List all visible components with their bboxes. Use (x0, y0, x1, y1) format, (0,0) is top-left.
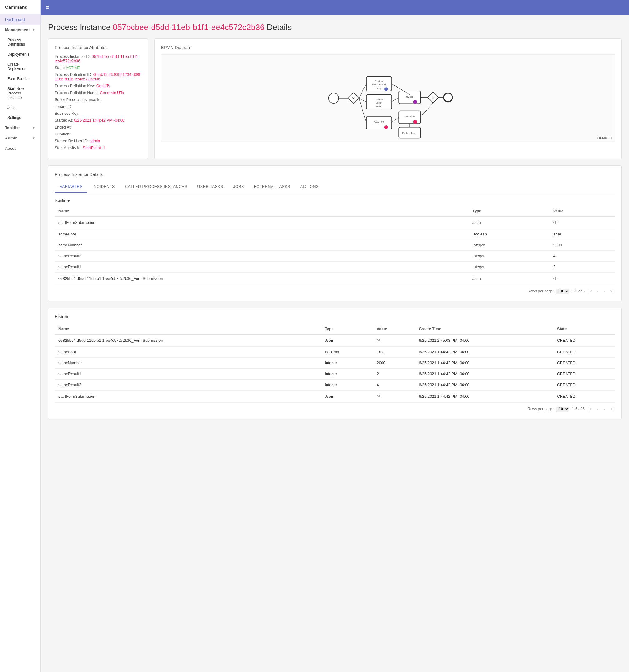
sidebar: Cammand Dashboard Management ▼ Process D… (0, 0, 41, 672)
sidebar-item-tasklist[interactable]: Tasklist ▼ (0, 123, 40, 133)
runtime-prev-page-btn[interactable]: ‹ (596, 288, 600, 294)
attributes-card-title: Process Instance Attributes (55, 45, 142, 50)
tab-jobs[interactable]: JOBS (228, 182, 249, 193)
historic-col-state: State (553, 323, 615, 335)
svg-point-19 (384, 125, 388, 129)
runtime-section-label: Runtime (55, 198, 615, 202)
historic-col-create-time: Create Time (415, 323, 553, 335)
tasklist-arrow-icon: ▼ (32, 126, 35, 129)
attr-row: Ended At: (55, 125, 142, 129)
svg-line-33 (359, 98, 366, 123)
app-logo: Cammand (0, 0, 40, 15)
tab-external-tasks[interactable]: EXTERNAL TASKS (249, 182, 295, 193)
attr-row: Start Activity Id: StartEvent_1 (55, 146, 142, 150)
runtime-col-name: Name (55, 206, 469, 217)
sidebar-item-about[interactable]: About (0, 143, 40, 153)
eye-icon[interactable]: 👁 (553, 276, 558, 281)
svg-text:Setup: Setup (376, 105, 382, 108)
svg-text:Get Path: Get Path (405, 115, 414, 118)
historic-col-type: Type (321, 323, 373, 335)
attr-row: Process Instance ID: 057bcbee-d5dd-11eb-… (55, 54, 142, 63)
svg-text:My UT: My UT (406, 95, 413, 98)
table-row: someBoolBooleanTrue6/25/2021 1:44:42 PM … (55, 347, 615, 358)
attributes-rows: Process Instance ID: 057bcbee-d5dd-11eb-… (55, 54, 142, 150)
attr-row: State: ACTIVE (55, 66, 142, 70)
table-row: startFormSubmissionJson👁6/25/2021 1:44:4… (55, 390, 615, 403)
historic-rows-per-page-select[interactable]: 10 25 50 (556, 407, 569, 412)
page-title: Process Instance 057bcbee-d5dd-11eb-b1f1… (48, 23, 622, 32)
runtime-last-page-btn[interactable]: >| (609, 288, 615, 294)
runtime-pagination: Rows per page: 10 25 50 1-6 of 6 |< ‹ › … (55, 285, 615, 295)
table-row: someResult2Integer4 (55, 251, 615, 262)
tab-called-process-instances[interactable]: CALLED PROCESS INSTANCES (120, 182, 192, 193)
menu-icon[interactable]: ≡ (46, 4, 49, 11)
svg-line-35 (421, 103, 433, 117)
svg-text:Script: Script (376, 87, 382, 90)
tab-variables[interactable]: VARIABLES (55, 182, 87, 193)
eye-icon[interactable]: 👁 (553, 220, 558, 225)
sidebar-item-dashboard[interactable]: Dashboard (0, 15, 40, 25)
runtime-rows-per-page-select[interactable]: 10 25 50 (556, 289, 569, 294)
main-content: Process Instance 057bcbee-d5dd-11eb-b1f1… (41, 15, 629, 672)
attr-row: Duration: (55, 132, 142, 136)
runtime-table: Name Type Value startFormSubmissionJson👁… (55, 206, 615, 285)
sidebar-item-jobs[interactable]: Jobs (0, 102, 40, 113)
table-row: 05825bc4-d5dd-11eb-b1f1-ee4c572c2b36_For… (55, 335, 615, 347)
historic-pagination: Rows per page: 10 25 50 1-6 of 6 |< ‹ › … (55, 403, 615, 413)
attr-row: Business Key: (55, 111, 142, 116)
tab-user-tasks[interactable]: USER TASKS (192, 182, 228, 193)
svg-line-34 (392, 117, 399, 122)
svg-point-0 (329, 93, 339, 103)
management-arrow-icon: ▼ (32, 28, 35, 31)
sidebar-item-settings[interactable]: Settings (0, 113, 40, 123)
historic-last-page-btn[interactable]: >| (609, 406, 615, 412)
historic-first-page-btn[interactable]: |< (587, 406, 594, 412)
svg-line-30 (392, 98, 399, 102)
historic-prev-page-btn[interactable]: ‹ (596, 406, 600, 412)
svg-point-25 (444, 93, 452, 102)
table-row: 05825bc4-d5dd-11eb-b1f1-ee4c572c2b36_For… (55, 273, 615, 285)
runtime-range: 1-6 of 6 (572, 289, 585, 293)
table-row: someResult1Integer2 (55, 262, 615, 273)
runtime-next-page-btn[interactable]: › (602, 288, 606, 294)
attr-row: Super Process Instance Id: (55, 98, 142, 102)
attr-row: Started By User ID: admin (55, 139, 142, 143)
eye-icon[interactable]: 👁 (377, 338, 382, 343)
sidebar-item-process-definitions[interactable]: Process Definitions (0, 35, 40, 49)
bpmn-svg: ✕ Review Background Script Review Script… (161, 55, 614, 142)
svg-text:Some BT: Some BT (374, 121, 384, 123)
runtime-first-page-btn[interactable]: |< (587, 288, 594, 294)
tab-actions[interactable]: ACTIONS (295, 182, 324, 193)
sidebar-item-form-builder[interactable]: Form Builder (0, 74, 40, 84)
runtime-col-value: Value (549, 206, 615, 217)
svg-text:✕: ✕ (431, 96, 435, 99)
sidebar-item-start-new-process[interactable]: Start New Process Instance (0, 84, 40, 102)
runtime-col-type: Type (469, 206, 549, 217)
table-row: startFormSubmissionJson👁 (55, 217, 615, 229)
sidebar-item-deployments[interactable]: Deployments (0, 49, 40, 59)
top-section: Process Instance Attributes Process Inst… (48, 39, 622, 159)
eye-icon[interactable]: 👁 (377, 394, 382, 399)
svg-point-14 (413, 100, 417, 104)
tab-incidents[interactable]: INCIDENTS (87, 182, 120, 193)
diagram-card: BPMN Diagram ✕ Review Background Script (154, 39, 622, 159)
attr-row: Process Definition ID: GenUTs:23:8359173… (55, 73, 142, 81)
attr-row: Process Definition Key: GenUTs (55, 84, 142, 88)
svg-text:Script: Script (376, 101, 382, 104)
sidebar-item-create-deployment[interactable]: Create Deployment (0, 59, 40, 74)
svg-point-22 (413, 120, 417, 124)
attr-row: Process Definition Name: Generate UTs (55, 91, 142, 95)
topbar: ≡ (41, 0, 629, 15)
historic-col-name: Name (55, 323, 321, 335)
sidebar-item-admin[interactable]: Admin ▼ (0, 133, 40, 143)
svg-point-7 (384, 87, 388, 91)
table-row: someBoolBooleanTrue (55, 229, 615, 240)
admin-arrow-icon: ▼ (32, 136, 35, 140)
historic-table: Name Type Value Create Time State 05825b… (55, 323, 615, 403)
svg-text:Review: Review (375, 98, 383, 101)
sidebar-item-management[interactable]: Management ▼ (0, 25, 40, 35)
table-row: someResult2Integer46/25/2021 1:44:42 PM … (55, 380, 615, 390)
details-card: Process Instance Details VARIABLESINCIDE… (48, 165, 622, 302)
historic-next-page-btn[interactable]: › (602, 406, 606, 412)
table-row: someNumberInteger20006/25/2021 1:44:42 P… (55, 358, 615, 369)
